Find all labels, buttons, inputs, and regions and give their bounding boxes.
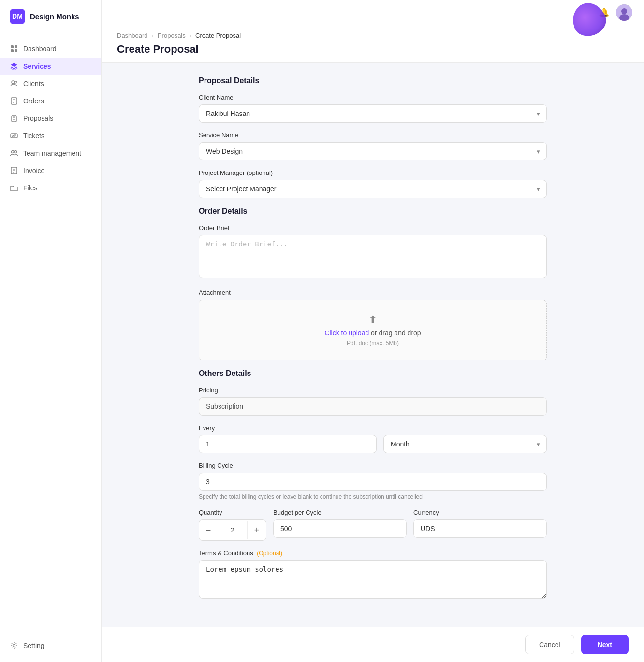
pricing-input[interactable] bbox=[199, 397, 547, 416]
terms-group: Terms & Conditions (Optional) Lorem epsu… bbox=[199, 549, 547, 601]
quantity-decrease-button[interactable]: − bbox=[199, 520, 218, 540]
terms-textarea[interactable]: Lorem epsum solores bbox=[199, 560, 547, 599]
client-name-select-wrapper: Rakibul Hasan bbox=[199, 104, 547, 123]
budget-input[interactable] bbox=[273, 519, 407, 538]
sidebar-item-services[interactable]: Services bbox=[0, 58, 101, 75]
terms-label: Terms & Conditions (Optional) bbox=[199, 549, 547, 557]
file-text-icon bbox=[10, 97, 18, 105]
upload-area[interactable]: ⬆ Click to upload or drag and drop Pdf, … bbox=[199, 300, 547, 360]
sidebar-nav: Dashboard Services bbox=[0, 33, 101, 629]
layers-icon bbox=[10, 62, 18, 71]
topbar: 🔔 bbox=[102, 0, 644, 25]
pricing-group: Pricing bbox=[199, 387, 547, 416]
order-brief-group: Order Brief bbox=[199, 224, 547, 280]
receipt-icon bbox=[10, 166, 18, 175]
breadcrumb-current: Create Proposal bbox=[195, 32, 241, 39]
main-content: 🔔 Dashboard › Proposals › Create Proposa… bbox=[102, 0, 644, 662]
svg-rect-1 bbox=[15, 45, 17, 48]
upload-link[interactable]: Click to upload bbox=[324, 329, 369, 337]
quantity-stepper: − 2 + bbox=[199, 519, 266, 541]
billing-cycle-hint: Specify the total billing cycles or leav… bbox=[199, 493, 547, 500]
service-name-group: Service Name Web Design bbox=[199, 131, 547, 160]
svg-point-25 bbox=[13, 645, 15, 647]
svg-point-19 bbox=[12, 151, 14, 153]
sidebar-item-clients-label: Clients bbox=[23, 80, 44, 87]
gear-icon bbox=[10, 641, 18, 650]
sidebar-item-invoice[interactable]: Invoice bbox=[0, 162, 101, 179]
cancel-button[interactable]: Cancel bbox=[525, 635, 574, 654]
project-manager-select[interactable]: Select Project Manager bbox=[199, 180, 547, 198]
client-name-select[interactable]: Rakibul Hasan bbox=[199, 104, 547, 123]
quantity-value: 2 bbox=[218, 521, 248, 539]
sidebar-item-dashboard-label: Dashboard bbox=[23, 45, 57, 53]
quantity-budget-currency-row: Quantity − 2 + Budget per Cycle Currency bbox=[199, 509, 547, 549]
breadcrumb-bar: Dashboard › Proposals › Create Proposal … bbox=[102, 25, 644, 63]
sidebar-item-files-label: Files bbox=[23, 184, 38, 192]
setting-item[interactable]: Setting bbox=[10, 637, 91, 654]
attachment-label: Attachment bbox=[199, 289, 547, 296]
svg-rect-10 bbox=[12, 116, 16, 122]
sidebar-item-orders[interactable]: Orders bbox=[0, 92, 101, 110]
order-details-title: Order Details bbox=[199, 207, 547, 216]
every-period-select[interactable]: Month Week Year bbox=[383, 435, 547, 453]
budget-label: Budget per Cycle bbox=[273, 509, 407, 516]
sidebar-item-orders-label: Orders bbox=[23, 97, 44, 105]
project-manager-label: Project Manager (optional) bbox=[199, 169, 547, 176]
next-button[interactable]: Next bbox=[581, 635, 629, 654]
service-name-select[interactable]: Web Design bbox=[199, 142, 547, 160]
every-period-select-wrapper: Month Week Year bbox=[383, 435, 547, 453]
sidebar-footer[interactable]: Setting bbox=[0, 629, 101, 662]
breadcrumb-dashboard[interactable]: Dashboard bbox=[117, 32, 148, 39]
every-group: Every Month Week Year bbox=[199, 424, 547, 453]
sidebar-item-proposals[interactable]: Proposals bbox=[0, 110, 101, 127]
sidebar-item-dashboard[interactable]: Dashboard bbox=[0, 40, 101, 58]
quantity-label: Quantity bbox=[199, 509, 266, 516]
setting-label: Setting bbox=[23, 642, 44, 649]
client-name-group: Client Name Rakibul Hasan bbox=[199, 94, 547, 123]
svg-rect-0 bbox=[11, 45, 14, 48]
currency-input[interactable] bbox=[413, 519, 547, 538]
people-icon bbox=[10, 149, 18, 158]
svg-point-27 bbox=[621, 8, 627, 14]
avatar[interactable] bbox=[616, 4, 632, 21]
breadcrumb-proposals[interactable]: Proposals bbox=[158, 32, 186, 39]
pricing-label: Pricing bbox=[199, 387, 547, 394]
quantity-group: Quantity − 2 + bbox=[199, 509, 266, 541]
sidebar-item-proposals-label: Proposals bbox=[23, 115, 53, 122]
folder-icon bbox=[10, 184, 18, 192]
every-number-input[interactable] bbox=[199, 435, 377, 453]
service-name-select-wrapper: Web Design bbox=[199, 142, 547, 160]
quantity-increase-button[interactable]: + bbox=[248, 520, 266, 540]
attachment-group: Attachment ⬆ Click to upload or drag and… bbox=[199, 289, 547, 360]
project-manager-group: Project Manager (optional) Select Projec… bbox=[199, 169, 547, 198]
client-name-label: Client Name bbox=[199, 94, 547, 101]
content-area: Dashboard › Proposals › Create Proposal … bbox=[102, 25, 644, 662]
sidebar-item-team-label: Team management bbox=[23, 149, 81, 157]
grid-icon bbox=[10, 44, 18, 53]
others-details-title: Others Details bbox=[199, 369, 547, 378]
order-brief-label: Order Brief bbox=[199, 224, 547, 231]
sidebar: DM Design Monks Dashboard bbox=[0, 0, 102, 662]
sidebar-item-services-label: Services bbox=[23, 62, 51, 70]
billing-cycle-group: Billing Cycle Specify the total billing … bbox=[199, 462, 547, 500]
svg-point-15 bbox=[12, 135, 14, 137]
order-brief-textarea[interactable] bbox=[199, 235, 547, 278]
svg-rect-2 bbox=[11, 49, 14, 52]
users-icon bbox=[10, 79, 18, 88]
sidebar-item-files[interactable]: Files bbox=[0, 179, 101, 197]
ticket-icon bbox=[10, 131, 18, 140]
upload-text: Click to upload or drag and drop bbox=[324, 329, 421, 337]
every-row: Month Week Year bbox=[199, 435, 547, 453]
breadcrumb: Dashboard › Proposals › Create Proposal bbox=[117, 32, 629, 39]
breadcrumb-sep-2: › bbox=[190, 32, 191, 39]
billing-cycle-input[interactable] bbox=[199, 473, 547, 491]
svg-rect-3 bbox=[15, 49, 17, 52]
upload-hint: Pdf, doc (max. 5Mb) bbox=[347, 340, 399, 346]
sidebar-item-tickets[interactable]: Tickets bbox=[0, 127, 101, 144]
service-name-label: Service Name bbox=[199, 131, 547, 139]
sidebar-item-clients[interactable]: Clients bbox=[0, 75, 101, 92]
page-title: Create Proposal bbox=[117, 43, 629, 62]
sidebar-item-team-management[interactable]: Team management bbox=[0, 144, 101, 162]
currency-group: Currency bbox=[413, 509, 547, 541]
every-label: Every bbox=[199, 424, 547, 432]
